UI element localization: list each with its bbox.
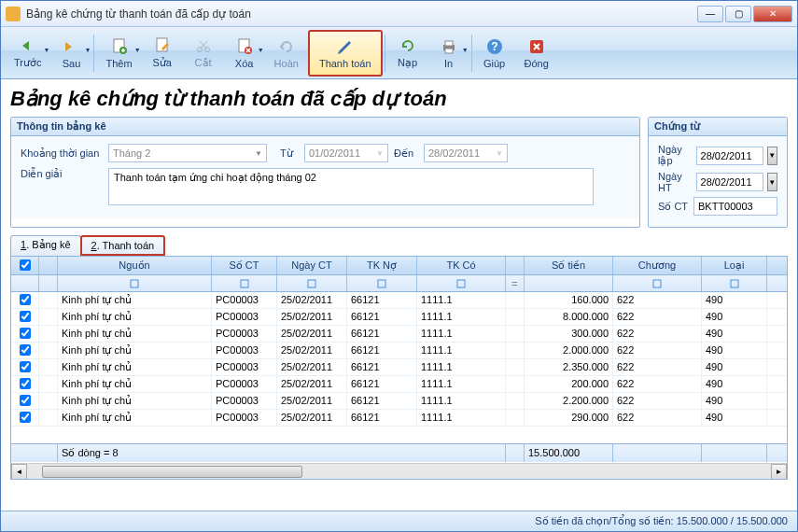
filter-tkno[interactable] — [347, 275, 417, 291]
row-checkbox[interactable] — [20, 311, 31, 322]
row-checkbox[interactable] — [20, 294, 31, 305]
row-checkbox[interactable] — [20, 328, 31, 339]
table-row[interactable]: Kinh phí tự chủPC0000325/02/201166121111… — [11, 393, 787, 410]
filter-tkco[interactable] — [417, 275, 506, 291]
svg-rect-17 — [457, 280, 465, 287]
col-ngay[interactable]: Ngày CT — [277, 257, 347, 274]
desc-textarea[interactable] — [108, 168, 594, 205]
col-tkno[interactable]: TK Nợ — [347, 257, 417, 274]
edit-button[interactable]: Sửa — [142, 30, 183, 77]
print-button[interactable]: ▼ In — [428, 30, 469, 77]
cell-loai: 490 — [702, 326, 767, 342]
minimize-button[interactable]: — — [697, 6, 723, 22]
load-button[interactable]: Nạp — [387, 30, 428, 77]
filter-eq: = — [506, 275, 525, 291]
to-date-input[interactable]: 28/02/2011▼ — [424, 144, 508, 162]
row-checkbox[interactable] — [20, 344, 31, 356]
row-checkbox[interactable] — [20, 378, 31, 389]
scroll-thumb[interactable] — [42, 466, 302, 478]
col-tkco[interactable]: TK Có — [417, 257, 506, 274]
undo-icon — [277, 37, 296, 56]
col-chuong[interactable]: Chương — [613, 257, 702, 274]
filter-loai[interactable] — [702, 275, 767, 291]
cell-tkno: 66121 — [347, 393, 417, 409]
filter-ngay[interactable] — [277, 275, 347, 291]
row-checkbox[interactable] — [20, 395, 31, 406]
table-row[interactable]: Kinh phí tự chủPC0000325/02/201166121111… — [11, 292, 787, 309]
filter-soct[interactable] — [212, 275, 277, 291]
cell-soct: PC00003 — [212, 359, 277, 375]
filter-chuong[interactable] — [613, 275, 702, 291]
close-window-button[interactable]: ✕ — [753, 6, 792, 22]
add-button[interactable]: ▼ Thêm — [96, 30, 141, 77]
maximize-button[interactable]: ▢ — [725, 6, 751, 22]
grid-footer: Số dòng = 8 15.500.000 — [11, 443, 787, 462]
table-row[interactable]: Kinh phí tự chủPC0000325/02/201166121111… — [11, 309, 787, 326]
row-checkbox[interactable] — [20, 361, 31, 372]
cell-loai: 490 — [702, 359, 767, 375]
cell-tkco: 1111.1 — [417, 359, 506, 375]
arrow-right-icon — [62, 37, 80, 56]
filter-sotien[interactable] — [525, 275, 613, 291]
cell-tkno: 66121 — [347, 292, 417, 308]
grid-body: Kinh phí tự chủPC0000325/02/201166121111… — [11, 292, 787, 427]
cell-ngay: 25/02/2011 — [277, 309, 347, 325]
col-sotien[interactable]: Số tiền — [525, 257, 613, 274]
cell-chuong: 622 — [613, 292, 702, 308]
scroll-track[interactable] — [27, 464, 771, 480]
chevron-down-icon: ▼ — [376, 149, 384, 158]
cell-soct: PC00003 — [212, 376, 277, 392]
svg-rect-19 — [731, 280, 738, 287]
scroll-right-button[interactable]: ► — [771, 464, 787, 480]
date-picker-button[interactable]: ▼ — [767, 147, 777, 165]
col-loai[interactable]: Loại — [702, 257, 767, 274]
prev-button[interactable]: ▼ Trước — [5, 30, 50, 77]
cell-sotien: 300.000 — [525, 326, 613, 342]
cell-nguon: Kinh phí tự chủ — [58, 326, 212, 342]
table-row[interactable]: Kinh phí tự chủPC0000325/02/201166121111… — [11, 343, 787, 359]
separator — [93, 35, 94, 72]
table-row[interactable]: Kinh phí tự chủPC0000325/02/201166121111… — [11, 376, 787, 393]
date-picker-button[interactable]: ▼ — [767, 173, 777, 191]
cell-tkno: 66121 — [347, 326, 417, 342]
table-row[interactable]: Kinh phí tự chủPC0000325/02/201166121111… — [11, 359, 787, 376]
voucher-groupbox: Chứng từ Ngày lập ▼ Ngày HT ▼ Số CT — [648, 117, 788, 228]
cell-tkco: 1111.1 — [417, 393, 506, 409]
help-button[interactable]: ? Giúp — [474, 30, 515, 77]
period-select[interactable]: Tháng 2▼ — [108, 144, 267, 162]
table-row[interactable]: Kinh phí tự chủPC0000325/02/201166121111… — [11, 326, 787, 343]
table-row[interactable]: Kinh phí tự chủPC0000325/02/201166121111… — [11, 410, 787, 427]
separator — [471, 35, 472, 72]
voucher-date-input[interactable] — [696, 147, 763, 165]
delete-button[interactable]: ▼ Xóa — [224, 30, 265, 77]
cell-chuong: 622 — [613, 343, 702, 358]
cell-soct: PC00003 — [212, 292, 277, 308]
svg-rect-13 — [131, 280, 138, 287]
horizontal-scrollbar[interactable]: ◄ ► — [11, 463, 787, 479]
close-button[interactable]: Đóng — [515, 30, 558, 77]
cell-ngay: 25/02/2011 — [277, 359, 347, 375]
cell-chuong: 622 — [613, 359, 702, 375]
pay-button[interactable]: Thanh toán — [308, 30, 383, 77]
row-checkbox[interactable] — [20, 412, 31, 423]
col-nguon[interactable]: Nguồn — [58, 257, 212, 274]
filter-nguon[interactable] — [58, 275, 212, 291]
scissors-icon — [194, 36, 213, 55]
info-groupbox: Thông tin bảng kê Khoảng thời gian Tháng… — [10, 117, 640, 228]
voucher-no-input[interactable] — [693, 197, 777, 216]
svg-rect-14 — [241, 280, 248, 287]
cell-sotien: 290.000 — [525, 410, 613, 426]
next-button[interactable]: ▼ Sau — [50, 30, 91, 77]
voucher-acct-input[interactable] — [696, 173, 763, 191]
scroll-left-button[interactable]: ◄ — [11, 464, 27, 480]
cut-button[interactable]: Cắt — [183, 30, 224, 77]
svg-rect-18 — [653, 280, 661, 287]
info-groupbox-title: Thông tin bảng kê — [11, 118, 639, 136]
tab-bang-ke[interactable]: 1. Bảng kê — [10, 235, 81, 256]
grid-filter-row: = — [11, 275, 787, 292]
col-check[interactable] — [11, 257, 39, 274]
col-soct[interactable]: Số CT — [212, 257, 277, 274]
tab-thanh-toan[interactable]: 2. Thanh toán — [80, 235, 166, 256]
undo-button[interactable]: Hoàn — [265, 30, 308, 77]
from-date-input[interactable]: 01/02/2011▼ — [304, 144, 388, 162]
